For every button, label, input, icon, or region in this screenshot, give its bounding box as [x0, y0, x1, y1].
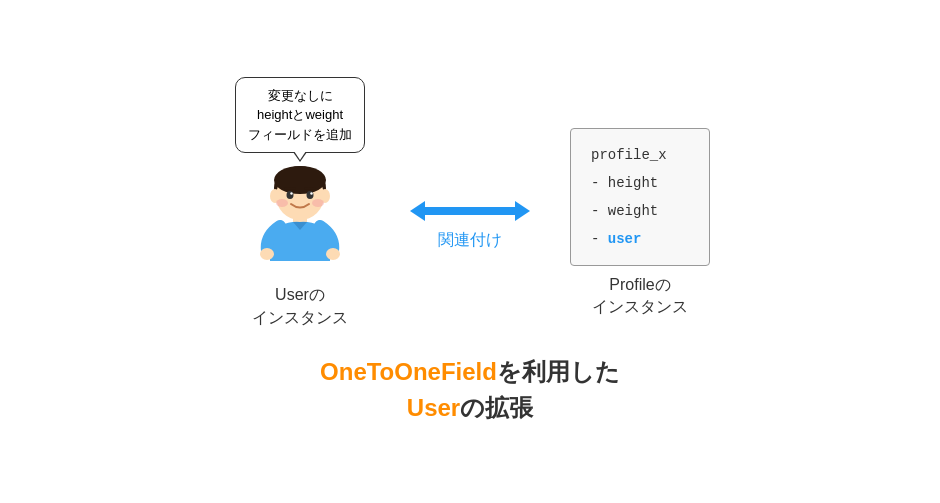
- middle-section: 関連付け: [400, 196, 540, 251]
- profile-title: profile_x: [591, 141, 689, 169]
- profile-field-user: - user: [591, 225, 689, 253]
- left-section: 変更なしに heightとweight フィールドを追加: [200, 77, 400, 329]
- person-icon: [255, 166, 345, 276]
- right-section: profile_x - height - weight - user Profi…: [540, 128, 740, 319]
- speech-line1: 変更なしに: [268, 88, 333, 103]
- svg-point-13: [326, 248, 340, 260]
- profile-label-line2: インスタンス: [592, 298, 688, 315]
- person-label-line1: Userの: [275, 286, 325, 303]
- profile-label-line1: Profileの: [609, 276, 670, 293]
- person-label-line2: インスタンス: [252, 309, 348, 326]
- profile-field-user-value: user: [608, 231, 642, 247]
- profile-field-user-prefix: -: [591, 231, 608, 247]
- svg-point-10: [312, 199, 324, 207]
- bottom-title: OneToOneFieldを利用した Userの拡張: [320, 354, 620, 426]
- bottom-title-part1: OneToOneField: [320, 358, 497, 385]
- bottom-title-part4: の拡張: [460, 394, 533, 421]
- svg-point-9: [276, 199, 288, 207]
- profile-field-height: - height: [591, 169, 689, 197]
- svg-point-5: [287, 191, 294, 199]
- svg-point-12: [260, 248, 274, 260]
- bottom-title-part2: を利用した: [497, 358, 620, 385]
- svg-point-8: [310, 193, 312, 195]
- svg-point-7: [290, 193, 292, 195]
- bottom-title-part3: User: [407, 394, 460, 421]
- profile-box: profile_x - height - weight - user: [570, 128, 710, 266]
- diagram-area: 変更なしに heightとweight フィールドを追加: [170, 77, 770, 329]
- speech-bubble: 変更なしに heightとweight フィールドを追加: [235, 77, 365, 154]
- profile-label: Profileの インスタンス: [592, 274, 688, 319]
- profile-field-weight: - weight: [591, 197, 689, 225]
- person-label: Userの インスタンス: [252, 284, 348, 329]
- main-container: 変更なしに heightとweight フィールドを追加: [0, 77, 940, 426]
- double-arrow-icon: [410, 196, 530, 226]
- arrow-label: 関連付け: [438, 230, 502, 251]
- svg-point-6: [307, 191, 314, 199]
- speech-line2: heightとweight: [257, 107, 343, 122]
- svg-rect-16: [422, 207, 518, 215]
- speech-line3: フィールドを追加: [248, 127, 352, 142]
- svg-point-2: [274, 166, 326, 194]
